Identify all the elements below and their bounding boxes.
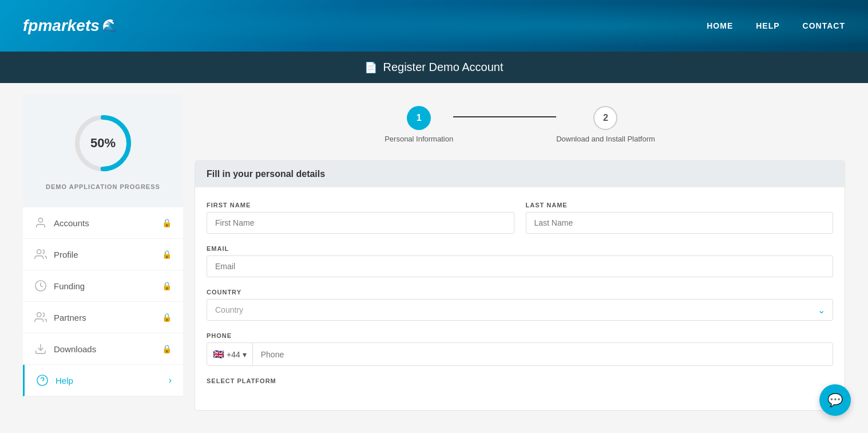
sidebar-item-downloads[interactable]: Downloads 🔒	[23, 333, 183, 365]
progress-card: 50% DEMO APPLICATION PROGRESS	[23, 95, 183, 207]
step-2-circle: 2	[593, 106, 617, 130]
profile-icon	[34, 248, 47, 261]
phone-input-row: 🇬🇧 +44 ▾	[207, 343, 833, 366]
email-row: EMAIL	[207, 245, 833, 277]
phone-label: PHONE	[207, 332, 833, 339]
downloads-icon	[34, 343, 47, 355]
form-body: FIRST NAME LAST NAME EMAIL	[195, 187, 845, 410]
phone-dropdown-icon: ▾	[243, 350, 247, 359]
phone-group: PHONE 🇬🇧 +44 ▾	[207, 332, 833, 366]
sidebar-item-help[interactable]: Help ›	[23, 365, 183, 396]
phone-code: +44	[227, 350, 240, 359]
main-header: fpmarkets 🌊 HOME HELP CONTACT	[0, 0, 868, 52]
progress-ring: 50%	[72, 112, 134, 175]
steps-indicator: 1 Personal Information 2 Download and In…	[195, 95, 845, 160]
first-name-label: FIRST NAME	[207, 202, 514, 208]
main-content: 50% DEMO APPLICATION PROGRESS Accounts 🔒	[0, 83, 868, 422]
phone-prefix-selector[interactable]: 🇬🇧 +44 ▾	[207, 343, 253, 365]
lock-icon-partners: 🔒	[162, 313, 172, 322]
email-label: EMAIL	[207, 245, 833, 252]
help-icon	[36, 374, 49, 387]
step-1: 1 Personal Information	[385, 106, 453, 143]
country-label: COUNTRY	[207, 289, 833, 296]
logo-text: fpmarkets	[23, 17, 100, 35]
sidebar-label-accounts: Accounts	[54, 218, 89, 228]
accounts-icon	[34, 216, 47, 229]
last-name-input[interactable]	[526, 212, 834, 234]
last-name-group: LAST NAME	[526, 202, 834, 234]
logo-wave-icon: 🌊	[102, 18, 117, 33]
nav-home[interactable]: HOME	[707, 21, 733, 30]
sidebar: 50% DEMO APPLICATION PROGRESS Accounts 🔒	[23, 95, 183, 411]
svg-point-7	[37, 375, 47, 385]
sidebar-label-help: Help	[56, 376, 73, 385]
sidebar-menu: Accounts 🔒 Profile 🔒	[23, 207, 183, 396]
country-row: COUNTRY Country ⌄	[207, 289, 833, 321]
nav-contact[interactable]: CONTACT	[803, 21, 845, 30]
chat-button[interactable]: 💬	[819, 384, 851, 416]
sidebar-label-downloads: Downloads	[54, 344, 96, 354]
last-name-label: LAST NAME	[526, 202, 834, 208]
progress-percent: 50%	[90, 136, 116, 151]
country-select-wrapper: Country ⌄	[207, 299, 833, 321]
step-1-number: 1	[417, 113, 422, 123]
phone-flag: 🇬🇧	[213, 349, 224, 360]
name-row: FIRST NAME LAST NAME	[207, 202, 833, 234]
nav-help[interactable]: HELP	[756, 21, 779, 30]
form-card: Fill in your personal details FIRST NAME…	[195, 160, 845, 411]
main-nav: HOME HELP CONTACT	[707, 21, 845, 30]
svg-point-2	[38, 218, 42, 222]
step-1-label: Personal Information	[385, 135, 453, 143]
first-name-input[interactable]	[207, 212, 514, 234]
sidebar-label-profile: Profile	[54, 250, 78, 259]
step-2-number: 2	[603, 113, 608, 123]
sidebar-item-funding[interactable]: Funding 🔒	[23, 270, 183, 302]
chat-icon: 💬	[827, 393, 843, 408]
step-2: 2 Download and Install Platform	[556, 106, 655, 143]
step-connector	[453, 116, 556, 117]
lock-icon-funding: 🔒	[162, 281, 172, 290]
phone-number-input[interactable]	[253, 343, 833, 365]
register-icon: 📄	[364, 61, 377, 74]
email-group: EMAIL	[207, 245, 833, 277]
step-2-label: Download and Install Platform	[556, 135, 655, 143]
country-select[interactable]: Country	[207, 299, 833, 321]
country-group: COUNTRY Country ⌄	[207, 289, 833, 321]
step-1-circle: 1	[407, 106, 431, 130]
progress-label: DEMO APPLICATION PROGRESS	[46, 183, 160, 190]
lock-icon-accounts: 🔒	[162, 218, 172, 227]
sub-header: 📄 Register Demo Account	[0, 52, 868, 83]
funding-icon	[34, 280, 47, 292]
platform-label: SELECT PLATFORM	[207, 377, 833, 384]
first-name-group: FIRST NAME	[207, 202, 514, 234]
phone-row: PHONE 🇬🇧 +44 ▾	[207, 332, 833, 366]
platform-group: SELECT PLATFORM	[207, 377, 833, 384]
form-header: Fill in your personal details	[195, 161, 845, 187]
sidebar-label-funding: Funding	[54, 281, 85, 291]
svg-point-3	[37, 250, 41, 254]
page-title: Register Demo Account	[383, 61, 503, 74]
lock-icon-downloads: 🔒	[162, 344, 172, 353]
sidebar-label-partners: Partners	[54, 313, 86, 322]
chevron-right-icon: ›	[169, 375, 172, 385]
lock-icon-profile: 🔒	[162, 250, 172, 259]
logo[interactable]: fpmarkets 🌊	[23, 17, 117, 35]
partners-icon	[34, 311, 47, 324]
svg-point-5	[37, 313, 41, 317]
email-input[interactable]	[207, 255, 833, 277]
sidebar-item-partners[interactable]: Partners 🔒	[23, 302, 183, 333]
sidebar-item-profile[interactable]: Profile 🔒	[23, 239, 183, 270]
platform-row: SELECT PLATFORM	[207, 377, 833, 384]
sidebar-item-accounts[interactable]: Accounts 🔒	[23, 207, 183, 239]
content-area: 1 Personal Information 2 Download and In…	[195, 95, 845, 411]
